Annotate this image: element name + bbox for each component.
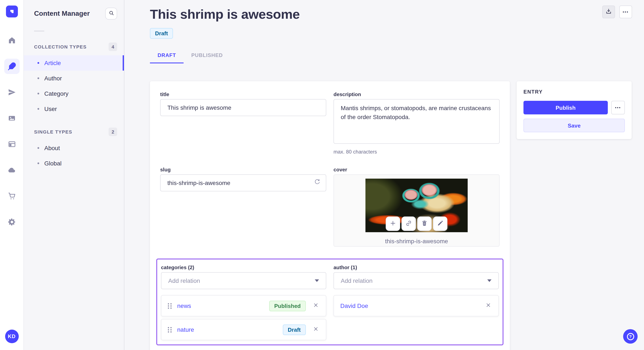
save-button[interactable]: Save: [524, 119, 625, 132]
search-icon: [108, 10, 114, 17]
app-window: KD Content Manager COLLECTION TYPES 4 Ar…: [0, 0, 644, 350]
sidebar-item-author[interactable]: Author: [24, 71, 124, 86]
drag-handle-icon[interactable]: [168, 303, 172, 309]
publish-button[interactable]: Publish: [524, 101, 608, 114]
drag-handle-icon[interactable]: [168, 327, 172, 332]
bullet-icon: [38, 163, 39, 164]
paper-plane-icon[interactable]: [4, 85, 20, 100]
subnav: Content Manager COLLECTION TYPES 4 Artic…: [24, 0, 124, 350]
relation-link[interactable]: news: [177, 302, 191, 309]
layout-icon[interactable]: [4, 137, 20, 152]
sidebar-item-label: User: [44, 105, 57, 112]
question-mark-icon: ?: [627, 333, 634, 340]
bullet-icon: [38, 77, 39, 79]
pencil-icon: [437, 220, 444, 228]
cloud-icon[interactable]: [4, 163, 20, 178]
slug-label: slug: [160, 167, 326, 173]
copy-link-button[interactable]: [402, 216, 416, 231]
cover-field: cover: [334, 167, 500, 247]
sidebar-item-label: About: [44, 145, 60, 151]
cover-filename: this-shrimp-is-awesome: [385, 238, 448, 245]
relation-row-news: news Published: [161, 295, 326, 316]
relations-section: categories (2) Add relation news: [156, 259, 504, 345]
avatar[interactable]: KD: [5, 330, 18, 343]
delete-asset-button[interactable]: [417, 216, 432, 231]
add-asset-button[interactable]: [386, 216, 400, 231]
sidebar-item-article[interactable]: Article: [24, 55, 124, 71]
single-types-section: SINGLE TYPES 2 About Global: [24, 128, 124, 171]
icon-rail: KD: [0, 0, 24, 350]
help-button[interactable]: ?: [623, 329, 638, 344]
main-area: ••• This shrimp is awesome Draft DRAFT P…: [124, 0, 644, 350]
feather-icon[interactable]: [4, 59, 20, 74]
author-relation-select[interactable]: Add relation: [334, 272, 499, 289]
close-icon: [312, 302, 319, 310]
entry-panel: ENTRY Publish ••• Save: [517, 81, 632, 139]
entry-more-button[interactable]: •••: [611, 101, 625, 114]
title-field: title: [160, 91, 326, 155]
search-button[interactable]: [105, 8, 117, 19]
entry-panel-title: ENTRY: [524, 89, 625, 95]
home-icon[interactable]: [4, 33, 20, 48]
cart-icon[interactable]: [4, 188, 20, 204]
divider: [34, 31, 44, 31]
remove-relation-button[interactable]: [484, 302, 492, 310]
refresh-icon: [313, 181, 320, 187]
sidebar-item-global[interactable]: Global: [24, 156, 124, 171]
more-icon: •••: [623, 10, 629, 14]
close-icon: [312, 326, 319, 334]
sidebar-item-label: Article: [44, 59, 61, 66]
bullet-icon: [38, 147, 39, 149]
link-icon: [405, 220, 412, 228]
sidebar-item-category[interactable]: Category: [24, 86, 124, 101]
slug-input[interactable]: [160, 174, 326, 191]
relation-link[interactable]: nature: [177, 326, 194, 333]
categories-label: categories (2): [161, 265, 326, 270]
download-button[interactable]: [602, 5, 615, 18]
select-placeholder: Add relation: [168, 277, 200, 284]
remove-relation-button[interactable]: [312, 302, 320, 310]
collection-types-section: COLLECTION TYPES 4 Article Author Catego…: [24, 42, 124, 117]
remove-relation-button[interactable]: [312, 326, 320, 334]
tab-draft[interactable]: DRAFT: [150, 49, 184, 63]
page-title: This shrimp is awesome: [150, 7, 632, 22]
tab-published[interactable]: PUBLISHED: [184, 49, 230, 63]
slug-field: slug: [160, 167, 326, 247]
more-button[interactable]: •••: [619, 5, 632, 18]
edit-form-card: title description Mantis shrimps, or sto…: [150, 81, 510, 350]
plus-icon: [390, 220, 396, 228]
edit-asset-button[interactable]: [433, 216, 448, 231]
title-label: title: [160, 91, 326, 97]
section-count-badge: 2: [108, 128, 117, 136]
select-placeholder: Add relation: [341, 277, 372, 284]
download-icon: [605, 8, 612, 16]
section-count-badge: 4: [108, 42, 117, 51]
description-label: description: [334, 91, 500, 97]
tabs: DRAFT PUBLISHED: [150, 49, 632, 63]
sidebar-item-about[interactable]: About: [24, 140, 124, 156]
chevron-down-icon: [487, 279, 492, 282]
cover-uploader: this-shrimp-is-awesome: [334, 174, 500, 247]
relation-link[interactable]: David Doe: [340, 302, 368, 309]
media-library-icon[interactable]: [4, 111, 20, 126]
relation-status-badge: Draft: [282, 324, 306, 335]
description-field: description Mantis shrimps, or stomatopo…: [334, 91, 500, 155]
close-icon: [485, 302, 491, 310]
description-hint: max. 80 characters: [334, 149, 500, 155]
cover-actions: [386, 216, 448, 231]
chevron-down-icon: [315, 279, 319, 282]
rail-nav: [4, 33, 20, 330]
categories-relation-select[interactable]: Add relation: [161, 272, 326, 289]
header-actions: •••: [602, 5, 632, 18]
status-badge: Draft: [150, 28, 173, 39]
bullet-icon: [38, 93, 39, 94]
subnav-title: Content Manager: [34, 10, 90, 17]
description-input[interactable]: Mantis shrimps, or stomatopods, are mari…: [334, 99, 500, 144]
regenerate-slug-button[interactable]: [313, 178, 321, 187]
relation-row-david-doe: David Doe: [334, 295, 499, 316]
strapi-logo-icon[interactable]: [6, 5, 18, 17]
sidebar-item-user[interactable]: User: [24, 101, 124, 117]
sidebar-item-label: Author: [44, 75, 62, 82]
gear-icon[interactable]: [4, 214, 20, 230]
title-input[interactable]: [160, 99, 326, 116]
